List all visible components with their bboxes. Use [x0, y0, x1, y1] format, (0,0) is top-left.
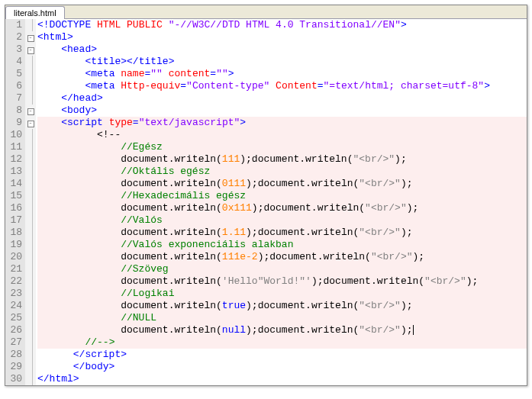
fold-marker[interactable]: -	[25, 105, 36, 117]
code-line[interactable]: <!--	[37, 129, 527, 141]
token: document.writeln(	[121, 275, 222, 287]
token: //Valós	[121, 214, 163, 226]
token: =	[133, 117, 139, 128]
token: >	[401, 19, 407, 31]
token	[91, 19, 97, 31]
code-line[interactable]: <meta Http-equiv="Content-type" Content=…	[37, 80, 527, 92]
token: name	[121, 68, 144, 79]
token: <!--	[97, 129, 121, 140]
code-editor[interactable]: 1234567891011121314151617181920212223242…	[5, 19, 527, 385]
fold-marker	[25, 80, 36, 92]
token: =	[180, 80, 186, 92]
code-line[interactable]: <meta name="" content="">	[37, 68, 527, 80]
line-number: 14	[7, 178, 22, 190]
line-number: 27	[7, 336, 22, 349]
code-line[interactable]: //Szöveg	[37, 263, 527, 275]
fold-marker	[25, 68, 36, 80]
line-number: 28	[7, 349, 22, 361]
code-line[interactable]: //Valós exponenciális alakban	[37, 239, 527, 251]
fold-collapse-icon[interactable]: -	[27, 108, 34, 115]
file-tab[interactable]: literals.html	[5, 6, 65, 19]
editor-frame: literals.html 12345678910111213141516171…	[5, 5, 527, 386]
code-line[interactable]: document.writeln(0x111);document.writeln…	[37, 202, 527, 214]
code-line[interactable]: document.writeln(null);document.writeln(…	[37, 324, 527, 336]
code-line[interactable]: <!DOCTYPE HTML PUBLIC "-//W3C//DTD HTML …	[37, 19, 527, 31]
fold-marker[interactable]: -	[25, 31, 36, 43]
fold-collapse-icon[interactable]: -	[27, 47, 34, 54]
fold-gutter[interactable]: ----	[25, 19, 36, 385]
fold-marker	[25, 178, 36, 190]
fold-marker	[25, 19, 36, 31]
fold-marker	[25, 129, 36, 141]
code-line[interactable]: </body>	[37, 361, 527, 373]
code-line[interactable]: //Oktális egész	[37, 166, 527, 178]
code-line[interactable]: <body>	[37, 105, 527, 117]
token: );	[401, 178, 413, 189]
code-line[interactable]: <title></title>	[37, 56, 527, 68]
code-line[interactable]: <html>	[37, 31, 527, 43]
line-number: 15	[7, 190, 22, 202]
code-line[interactable]: //Hexadecimális egész	[37, 190, 527, 202]
line-number: 21	[7, 263, 22, 275]
code-line[interactable]: //NULL	[37, 312, 527, 324]
token: ""	[216, 68, 228, 79]
code-line[interactable]: </html>	[37, 373, 527, 385]
token: content	[169, 68, 211, 79]
token: type	[109, 117, 133, 128]
fold-marker[interactable]: -	[25, 117, 36, 129]
line-number-gutter: 1234567891011121314151617181920212223242…	[5, 19, 25, 385]
code-line[interactable]: document.writeln(1.11);document.writeln(…	[37, 227, 527, 239]
line-number: 23	[7, 288, 22, 300]
code-line[interactable]: document.writeln(111e-2);document.writel…	[37, 251, 527, 263]
token: document.writeln(	[121, 324, 222, 336]
token: PUBLIC	[127, 19, 163, 31]
token: );	[401, 227, 413, 238]
code-line[interactable]: //Logikai	[37, 288, 527, 300]
token: document.writeln(	[121, 153, 222, 165]
code-line[interactable]: <script type="text/javascript">	[37, 117, 527, 129]
fold-marker[interactable]: -	[25, 43, 36, 56]
fold-marker	[25, 275, 36, 288]
token: );	[395, 153, 407, 165]
line-number: 26	[7, 324, 22, 336]
token: );document.writeln(	[240, 153, 353, 165]
code-line[interactable]: //-->	[37, 336, 527, 349]
code-line[interactable]: </head>	[37, 92, 527, 105]
fold-collapse-icon[interactable]: -	[27, 121, 34, 127]
fold-marker	[25, 239, 36, 251]
line-number: 12	[7, 153, 22, 166]
fold-marker	[25, 300, 36, 312]
token: =	[210, 68, 216, 79]
code-line[interactable]: </script>	[37, 349, 527, 361]
token: document.writeln(	[121, 251, 222, 262]
token: );document.writeln(	[246, 178, 359, 189]
token: "<br/>"	[365, 202, 407, 214]
token: true	[222, 300, 246, 311]
code-line[interactable]: document.writeln(0111);document.writeln(…	[37, 178, 527, 190]
token: //Hexadecimális egész	[121, 190, 246, 201]
token: <script	[61, 117, 103, 128]
token: );	[407, 202, 419, 214]
code-line[interactable]: document.writeln(111);document.writeln("…	[37, 153, 527, 166]
token: </html>	[37, 373, 79, 385]
line-number: 18	[7, 227, 22, 239]
line-number: 11	[7, 141, 22, 153]
fold-marker	[25, 141, 36, 153]
code-line[interactable]: document.writeln('Hello"World!"');docume…	[37, 275, 527, 288]
token: "<br/>"	[359, 178, 401, 189]
token: );	[413, 251, 425, 262]
token: <meta	[85, 68, 114, 79]
token: 1.11	[222, 227, 246, 238]
token: document.writeln(	[121, 227, 222, 238]
token: >	[484, 80, 490, 92]
token: >	[121, 349, 127, 360]
code-line[interactable]: <head>	[37, 43, 527, 56]
code-line[interactable]: document.writeln(true);document.writeln(…	[37, 300, 527, 312]
token: Content	[276, 80, 318, 92]
code-line[interactable]: //Valós	[37, 214, 527, 227]
code-area[interactable]: <!DOCTYPE HTML PUBLIC "-//W3C//DTD HTML …	[36, 19, 527, 385]
code-line[interactable]: //Egész	[37, 141, 527, 153]
token: <body>	[61, 105, 97, 116]
token: "<br/>"	[371, 251, 413, 262]
fold-collapse-icon[interactable]: -	[27, 35, 34, 42]
